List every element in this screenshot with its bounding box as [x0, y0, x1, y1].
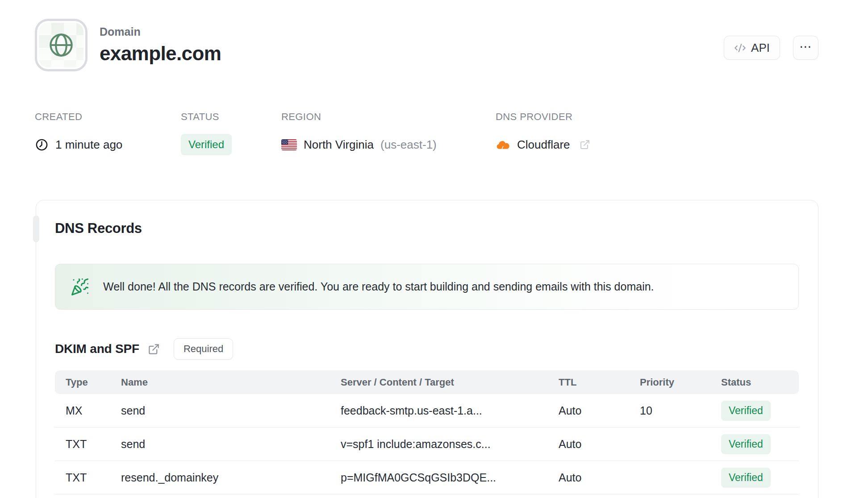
table-row[interactable]: MX send feedback-smtp.us-east-1.a... Aut…	[55, 394, 799, 427]
status-badge: Verified	[721, 401, 771, 421]
region-label: REGION	[281, 111, 496, 123]
col-ttl: TTL	[559, 377, 640, 388]
status-label: STATUS	[181, 111, 281, 123]
success-banner: Well done! All the DNS records are verif…	[55, 264, 799, 310]
status-badge: Verified	[721, 434, 771, 454]
meta-row: CREATED 1 minute ago STATUS Verified REG…	[0, 111, 868, 157]
code-icon	[734, 42, 746, 54]
external-link-icon[interactable]	[148, 343, 160, 355]
meta-region: REGION	[281, 111, 496, 157]
domain-icon-tile-bg	[39, 23, 83, 67]
dns-provider-value: Cloudflare	[517, 138, 570, 152]
page-title: example.com	[100, 42, 221, 65]
api-button-label: API	[751, 41, 770, 55]
globe-icon	[46, 30, 76, 60]
table-row[interactable]: TXT resend._domainkey p=MIGfMA0GCSqGSIb3…	[55, 461, 799, 494]
card-edge-notch	[33, 216, 39, 242]
api-button[interactable]: API	[724, 36, 780, 60]
dkim-spf-section-header: DKIM and SPF Required	[55, 338, 799, 360]
cell-type: MX	[66, 404, 121, 417]
meta-created: CREATED 1 minute ago	[35, 111, 181, 157]
cell-name: send	[121, 438, 341, 451]
cell-content: feedback-smtp.us-east-1.a...	[341, 404, 559, 417]
cell-name: send	[121, 404, 341, 417]
party-popper-icon	[71, 278, 89, 296]
col-status: Status	[721, 377, 799, 388]
external-link-icon[interactable]	[580, 139, 590, 150]
cell-priority: 10	[640, 404, 721, 417]
table-row[interactable]: TXT send v=spf1 include:amazonses.c... A…	[55, 427, 799, 461]
status-badge: Verified	[721, 468, 771, 488]
cell-content: v=spf1 include:amazonses.c...	[341, 438, 559, 451]
domain-kicker: Domain	[100, 25, 221, 38]
us-flag-icon	[281, 139, 297, 150]
cloudflare-icon	[496, 140, 510, 150]
region-value: North Virginia	[304, 138, 374, 152]
region-code: (us-east-1)	[380, 138, 437, 152]
domain-icon-tile	[35, 19, 88, 71]
page-header: Domain example.com API ⋯	[0, 0, 868, 71]
cell-ttl: Auto	[559, 438, 640, 451]
cell-ttl: Auto	[559, 404, 640, 417]
meta-dns-provider: DNS PROVIDER Cloudflare	[496, 111, 590, 157]
col-content: Server / Content / Target	[341, 377, 559, 388]
dns-table-header: Type Name Server / Content / Target TTL …	[55, 370, 799, 394]
col-name: Name	[121, 377, 341, 388]
col-priority: Priority	[640, 377, 721, 388]
cell-ttl: Auto	[559, 471, 640, 484]
required-badge: Required	[174, 338, 233, 360]
header-actions: API ⋯	[724, 36, 818, 60]
title-block: Domain example.com	[100, 19, 221, 71]
clock-icon	[35, 138, 49, 152]
dns-table: Type Name Server / Content / Target TTL …	[55, 370, 799, 494]
col-type: Type	[66, 377, 121, 388]
status-badge: Verified	[181, 134, 232, 155]
cell-name: resend._domainkey	[121, 471, 341, 484]
dns-records-card: DNS Records Well done! All the DNS recor…	[36, 200, 818, 498]
dns-records-title: DNS Records	[55, 220, 799, 237]
cell-content: p=MIGfMA0GCSqGSIb3DQE...	[341, 471, 559, 484]
cell-type: TXT	[66, 438, 121, 451]
success-banner-text: Well done! All the DNS records are verif…	[103, 280, 654, 293]
meta-status: STATUS Verified	[181, 111, 281, 157]
created-label: CREATED	[35, 111, 181, 123]
more-button[interactable]: ⋯	[793, 36, 818, 60]
ellipsis-icon: ⋯	[799, 39, 812, 54]
dkim-spf-title: DKIM and SPF	[55, 342, 139, 356]
created-value: 1 minute ago	[55, 138, 122, 152]
cell-type: TXT	[66, 471, 121, 484]
dns-provider-label: DNS PROVIDER	[496, 111, 590, 123]
